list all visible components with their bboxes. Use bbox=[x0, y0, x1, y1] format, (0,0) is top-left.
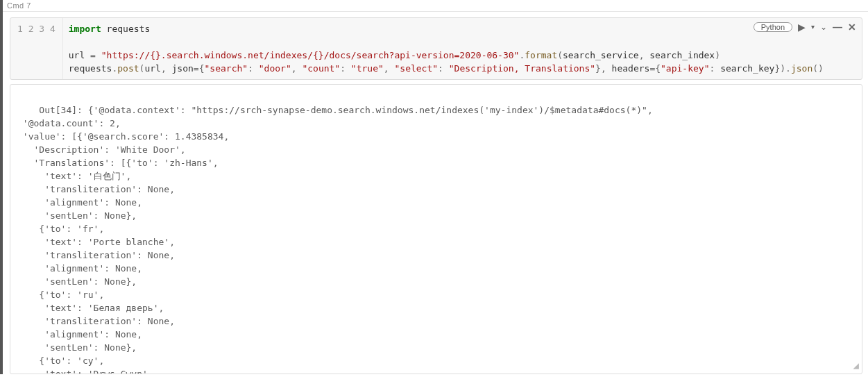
method-format: format bbox=[525, 50, 557, 60]
method-json: json bbox=[791, 63, 812, 74]
line-number: 2 bbox=[28, 24, 34, 34]
line-number: 1 bbox=[17, 24, 23, 34]
line-gutter: 1 2 3 4 bbox=[10, 18, 63, 79]
minimize-icon[interactable]: — bbox=[833, 22, 842, 32]
run-icon[interactable]: ▶ bbox=[798, 22, 806, 32]
output-text: Out[34]: {'@odata.context': "https://src… bbox=[17, 105, 653, 374]
code-editor[interactable]: Python ▶ ▾ ⌄ — ✕ 1 2 3 4 import requests… bbox=[10, 17, 862, 80]
notebook-cell: Cmd 7 Python ▶ ▾ ⌄ — ✕ 1 2 3 4 import re… bbox=[0, 0, 868, 374]
language-selector[interactable]: Python bbox=[754, 22, 792, 32]
keyword-import: import bbox=[69, 24, 101, 34]
run-menu-chevron-icon[interactable]: ▾ bbox=[811, 24, 815, 31]
code-content[interactable]: import requests url = "https://{}.search… bbox=[63, 18, 829, 79]
method-post: post bbox=[117, 63, 139, 74]
cell-label: Cmd 7 bbox=[3, 0, 868, 12]
output-area: Out[34]: {'@odata.context': "https://src… bbox=[10, 84, 862, 374]
module-name: requests bbox=[107, 24, 151, 34]
resize-handle-icon[interactable]: ◢ bbox=[853, 359, 859, 372]
line-number: 3 bbox=[39, 24, 44, 34]
chevron-down-icon[interactable]: ⌄ bbox=[820, 23, 827, 31]
url-string: "https://{}.search.windows.net/indexes/{… bbox=[101, 50, 520, 60]
cell-toolbar: Python ▶ ▾ ⌄ — ✕ bbox=[754, 22, 856, 32]
line-number: 4 bbox=[50, 24, 56, 34]
close-icon[interactable]: ✕ bbox=[848, 22, 856, 32]
var-url: url bbox=[69, 50, 85, 60]
